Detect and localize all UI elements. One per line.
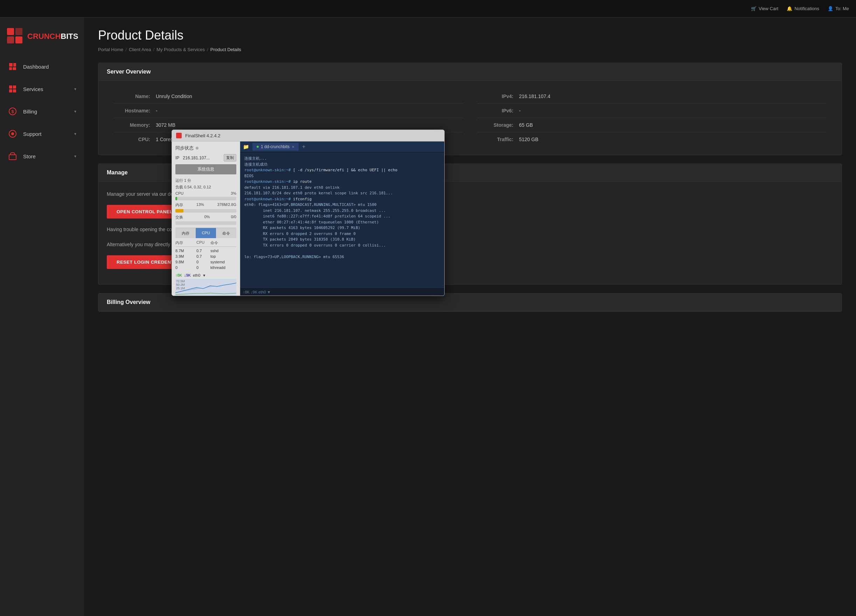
finalshell-window: FinalShell 4.2.4.2 同步状态 IP 216.181.107..… (172, 129, 445, 296)
terminal-line-17 (244, 248, 440, 254)
net-iface: eth0 (193, 273, 200, 277)
proc-row-1: 8.7M0.7sshd (176, 248, 236, 254)
breadcrumb-portal-home[interactable]: Portal Home (98, 47, 123, 52)
logo-icon (7, 28, 24, 45)
traffic-value: 5120 GB (519, 137, 539, 142)
billing-heading: Billing Overview (99, 293, 842, 311)
tab-cmd[interactable]: 命令 (216, 228, 236, 238)
tab-close-icon[interactable]: ✕ (292, 145, 294, 149)
svg-point-15 (11, 132, 14, 135)
ipv4-label: IPv4: (477, 94, 519, 99)
svg-rect-17 (177, 133, 181, 138)
sidebar-item-support[interactable]: Support ▼ (0, 123, 84, 145)
proc-row-3: 9.8M0systemd (176, 259, 236, 265)
terminal-line-6: default via 216.181.107.1 dev eth0 onlin… (244, 185, 440, 191)
main-content: Product Details Portal Home / Client Are… (84, 17, 856, 616)
storage-row: Storage: 65 GB (477, 118, 827, 132)
add-tab-button[interactable]: + (300, 143, 307, 150)
cpu-label: CPU: (114, 137, 156, 142)
sidebar-item-services[interactable]: Services ▼ (0, 78, 84, 100)
terminal-line-4: BIOS (244, 173, 440, 179)
ipv4-row: IPv4: 216.181.107.4 (477, 89, 827, 104)
dashboard-icon (7, 61, 18, 72)
server-info-right: IPv4: 216.181.107.4 IPv6: - Storage: 65 … (470, 89, 834, 146)
logo-text: CRUNCHBITS (27, 32, 78, 41)
sync-status-row: 同步状态 (176, 145, 236, 151)
hostname-row: Hostname: - (114, 104, 463, 118)
finalshell-title: FinalShell 4.2.4.2 (185, 133, 220, 138)
terminal-bottom-bar: ↑8K ↓9K eth0 ▼ (240, 288, 444, 296)
proc-header: 内存CPU命令 (176, 240, 236, 247)
profile-button[interactable]: 👤 To: Me (828, 6, 849, 11)
net-row: ↑8K ↓9K eth0 ▼ (176, 273, 236, 277)
net-up: ↑8K (176, 273, 182, 277)
breadcrumb-my-products[interactable]: My Products & Services (157, 47, 205, 52)
hostname-value: - (156, 108, 157, 114)
swap-stat-row: 交换 0% 0/0 (176, 215, 236, 220)
cpu-bar (176, 197, 236, 200)
memory-label: Memory: (114, 122, 156, 128)
billing-chevron: ▼ (74, 109, 77, 114)
breadcrumb-client-area[interactable]: Client Area (129, 47, 151, 52)
load-row: 负载 0.54, 0.32, 0.12 (176, 185, 236, 190)
finalshell-app-icon (176, 133, 182, 138)
breadcrumb: Portal Home / Client Area / My Products … (98, 47, 842, 52)
terminal-tab[interactable]: 1 dd-crunchbits ✕ (252, 143, 299, 151)
finalshell-stats-panel: 同步状态 IP 216.181.107... 复制 系统信息 运行 1 分 负载… (172, 142, 240, 296)
svg-rect-5 (13, 63, 16, 66)
ip-row: IP 216.181.107... 复制 (176, 154, 236, 162)
page-title: Product Details (98, 28, 842, 43)
sidebar-item-billing[interactable]: $ Billing ▼ (0, 100, 84, 123)
ipv6-label: IPv6: (477, 108, 519, 114)
swap-bar (176, 221, 236, 225)
svg-rect-6 (9, 67, 12, 70)
sysinfo-button[interactable]: 系统信息 (176, 164, 236, 174)
support-icon (7, 128, 18, 139)
svg-rect-8 (9, 85, 12, 89)
terminal-line-13: RX packets 4163 bytes 104605292 (99.7 Mi… (244, 225, 440, 231)
process-table: 内存CPU命令 8.7M0.7sshd 3.9M0.7top 9.8M0syst… (176, 240, 236, 270)
terminal-output: 连接主机... 连接主机成功 root@unknown-skin:~# [ -d… (240, 152, 444, 288)
proc-tabs: 内存 CPU 命令 (176, 228, 236, 238)
svg-rect-9 (13, 85, 16, 89)
terminal-line-9: eth0: flags=4163<UP,BROADCAST,RUNNING,MU… (244, 202, 440, 208)
view-cart-button[interactable]: 🛒 View Cart (751, 6, 778, 11)
notifications-button[interactable]: 🔔 Notifications (787, 6, 819, 11)
server-overview-heading: Server Overview (99, 63, 842, 81)
proc-row-4: 00kthreadd (176, 265, 236, 270)
svg-rect-7 (12, 67, 16, 70)
uptime-row: 运行 1 分 (176, 178, 236, 183)
terminal-line-7: 216.181.107.0/24 dev eth0 proto kernel s… (244, 191, 440, 196)
hostname-label: Hostname: (114, 108, 156, 114)
tab-cpu[interactable]: CPU (196, 228, 216, 238)
topbar: 🛒 View Cart 🔔 Notifications 👤 To: Me (0, 0, 856, 17)
terminal-line-12: ether 00:27:e7:41:4d:8f txqueuelen 1000 … (244, 220, 440, 226)
traffic-row: Traffic: 5120 GB (477, 132, 827, 146)
terminal-line-16: TX errors 0 dropped 0 overruns 0 carrier… (244, 243, 440, 249)
terminal-line-11: inet6 fe80::227:e7ff:fe41:4d8f prefixlen… (244, 214, 440, 220)
terminal-line-18: lo: flags=73<UP,LOOPBACK,RUNNING> mtu 65… (244, 254, 440, 260)
mem-stat-row: 内存 13% 378M/2.8G (176, 202, 236, 208)
ipv6-value: - (519, 108, 521, 114)
sync-status-label: 同步状态 (176, 145, 194, 151)
terminal-line-3: root@unknown-skin:~# [ -d /sys/firmware/… (244, 167, 440, 173)
storage-value: 65 GB (519, 122, 533, 128)
svg-rect-11 (13, 89, 16, 92)
open-control-panel-button[interactable]: OPEN CONTROL PANEL (107, 205, 182, 219)
terminal-tab-label: 1 dd-crunchbits (261, 144, 289, 149)
breadcrumb-current: Product Details (210, 47, 241, 52)
svg-rect-2 (15, 28, 22, 35)
store-icon (7, 151, 18, 162)
copy-ip-button[interactable]: 复制 (224, 154, 236, 162)
proc-row-2: 3.9M0.7top (176, 254, 236, 259)
name-label: Name: (114, 94, 156, 99)
traffic-label: Traffic: (477, 137, 519, 142)
sidebar-item-store[interactable]: Store ▼ (0, 145, 84, 167)
user-icon: 👤 (828, 6, 833, 11)
svg-rect-0 (7, 28, 14, 35)
tab-mem[interactable]: 内存 (176, 228, 196, 238)
svg-rect-1 (7, 36, 14, 43)
topbar-actions: 🛒 View Cart 🔔 Notifications 👤 To: Me (751, 6, 849, 11)
cart-icon: 🛒 (751, 6, 757, 11)
sidebar-item-dashboard[interactable]: Dashboard (0, 55, 84, 78)
